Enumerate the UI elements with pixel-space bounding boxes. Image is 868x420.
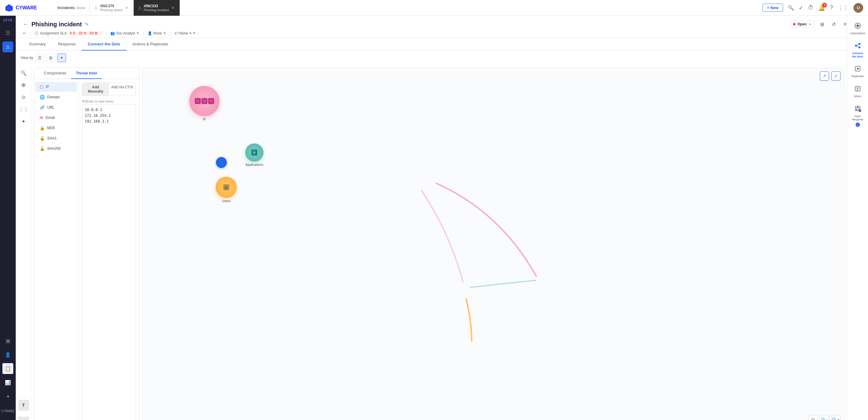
svg-point-10 [859, 47, 861, 49]
sidebar-menu-icon[interactable]: ☰ [2, 28, 13, 38]
notes-icon [855, 85, 861, 93]
notifications-button[interactable]: 🔔 7 [818, 4, 825, 11]
breadcrumb-incidents-label: Incidents [58, 5, 75, 10]
add-via-ctix-tab[interactable]: Add Via CTIX [109, 83, 135, 96]
graph-top-controls: ↗ ⤢ [820, 71, 840, 81]
tab-actions-playbooks[interactable]: Actions & Playbooks [126, 38, 175, 51]
user-avatar[interactable]: U [854, 3, 863, 13]
reset-view-button[interactable]: ⊡ [808, 415, 817, 420]
back-button[interactable]: ← [23, 21, 28, 28]
refresh-icon[interactable]: ↺ [829, 20, 838, 28]
warning-icon-inc333: ⚠ [138, 5, 142, 10]
connect-dots-icon [855, 42, 861, 51]
breadcrumb-inc333[interactable]: ⚠ #INC333 Phishing incident ✕ [134, 0, 180, 16]
graph-node-ip[interactable]: ⬡ ⬡ ⬡ IP [189, 86, 220, 121]
sidebar-notes-icon[interactable]: 📋 [2, 363, 13, 374]
threat-item-sha1[interactable]: 🔒 SHA1 [35, 133, 77, 143]
dots-icon[interactable]: ⋮⋮ [19, 104, 28, 114]
threat-item-md5[interactable]: 🔒 MD5 [35, 123, 77, 133]
tab-connect-dots[interactable]: Connect the Dots [82, 38, 126, 51]
domain-label: Domain [47, 95, 60, 99]
tab-threat-intel[interactable]: Threat Intel [71, 68, 102, 79]
graph-node-applications[interactable]: ⊞ Applications [245, 144, 264, 167]
close-inc333-button[interactable]: ✕ [170, 5, 176, 10]
sla-info-icon[interactable]: ⓘ [99, 31, 102, 35]
undo-icon-wrap[interactable]: ↩ [23, 31, 26, 35]
sidebar-table-icon[interactable]: ▦ [2, 335, 13, 346]
graph-node-users[interactable]: 👥 Users [216, 177, 237, 203]
users-node-circle: 👥 [216, 177, 237, 198]
tab-summary[interactable]: Summary [23, 38, 52, 51]
notes-label: Notes [854, 95, 861, 98]
playbooks-icon [855, 65, 861, 73]
breadcrumb-inc333-sub: Phishing incident [144, 8, 169, 12]
sidebar-user-icon[interactable]: 👤 [2, 349, 13, 360]
ip-mini-icon-3: ⬡ [208, 98, 214, 104]
app-node-label: Applications [245, 163, 263, 167]
status-badge[interactable]: Open ▼ [790, 21, 815, 28]
expand-tags-icon[interactable]: ▾ [193, 31, 195, 35]
sidebar-connect-dots[interactable]: Connectthe Dots [847, 39, 868, 61]
connect-nodes-icon[interactable]: ⊙ [19, 92, 28, 102]
help-button[interactable]: ? [830, 4, 833, 11]
edit-title-icon[interactable]: ✎ [85, 22, 89, 27]
graph-node-user-blue[interactable]: 👤 [216, 157, 227, 168]
zoom-out-button[interactable]: 🔍- [820, 415, 829, 420]
breadcrumb-incidents[interactable]: Incidents Home [53, 0, 90, 16]
threat-item-domain[interactable]: 🌐 Domain [35, 92, 77, 102]
sidebar-star-icon[interactable]: ✦ [2, 391, 13, 402]
add-node-icon[interactable]: ⊕ [19, 80, 28, 90]
threat-type-list: ⬡ IP 🌐 Domain 🔗 URL ✉ [34, 79, 78, 420]
graph-view-button[interactable]: ✦ [58, 54, 66, 62]
svg-point-9 [859, 43, 861, 45]
sidebar-alert-icon[interactable]: ⚠ [2, 41, 13, 52]
domain-icon: 🌐 [40, 95, 45, 99]
export-graph-button[interactable]: ↗ [820, 71, 829, 81]
clipboard-icon[interactable]: 📋 [18, 417, 29, 420]
edit-tag2-icon[interactable]: ✎ [189, 31, 192, 35]
sidebar-notes[interactable]: Notes [847, 82, 868, 101]
threat-item-sha256[interactable]: 🔒 SHA256 [35, 144, 77, 153]
breadcrumb-inc375[interactable]: ⚠ #INC375 Phishing attack ✕ [90, 0, 134, 16]
grid-view-button[interactable]: ⊞ [46, 54, 55, 62]
network-icon[interactable]: ✦ [19, 117, 28, 126]
sla-value: 0 D : 22 H : 53 M [70, 31, 98, 35]
ip-input-textarea[interactable]: 10.0.0.1 172.16.254.1 192.168.1.1 [82, 104, 136, 420]
app-mini-icon: ⊞ [251, 149, 257, 155]
sidebar-playbooks[interactable]: Playbooks [847, 62, 868, 81]
close-inc375-button[interactable]: ✕ [124, 5, 129, 10]
tag-icon: 🏷 [175, 31, 178, 35]
tab-response[interactable]: Response [52, 38, 82, 51]
fullscreen-graph-button[interactable]: ⤢ [831, 71, 840, 81]
tasks-button[interactable]: ✓ [799, 4, 803, 11]
view-by-label: View by [21, 56, 33, 60]
add-intel-panel: Add Manually Add Via CTIX IP(Enter in ne… [78, 79, 140, 420]
zoom-icon[interactable]: 🔍 [19, 68, 28, 78]
users-node-label: Users [222, 199, 231, 203]
text-icon[interactable]: T [18, 400, 29, 411]
edit-tag1-icon[interactable]: ✎ [163, 31, 166, 35]
tab-components[interactable]: Components [39, 68, 71, 79]
threat-item-url[interactable]: 🔗 URL [35, 102, 77, 112]
zoom-in-button[interactable]: 🔍+ [831, 415, 840, 420]
timer-button[interactable]: ⏱ [808, 4, 813, 11]
add-manually-tab[interactable]: Add Manually [82, 83, 109, 96]
sidebar-chart-icon[interactable]: 📊 [2, 377, 13, 388]
status-dropdown-icon: ▼ [808, 23, 811, 26]
new-button[interactable]: + New [763, 4, 783, 12]
user-blue-icon: 👤 [218, 160, 224, 166]
sidebar-input-required[interactable]: InputRequired 0 [847, 102, 868, 130]
sidebar-cyware-icon[interactable]: CYWARE [2, 406, 13, 416]
threat-item-ip[interactable]: ⬡ IP [35, 82, 77, 92]
apps-button[interactable]: ⋮⋮ [838, 4, 849, 11]
list-view-button[interactable]: ☰ [36, 54, 44, 62]
sidebar-automations[interactable]: Automations [847, 19, 868, 38]
layout-icon[interactable]: ⊞ [818, 20, 826, 28]
search-button[interactable]: 🔍 [788, 5, 794, 10]
assignee-icon: 👥 [111, 31, 115, 35]
edit-assignee-icon[interactable]: ✎ [136, 31, 140, 35]
incident-meta: ↩ | 🕐 Assignment SLA : 0 D : 22 H : 53 M… [23, 31, 861, 35]
automations-icon [855, 22, 861, 31]
threat-item-email[interactable]: ✉ Email [35, 113, 77, 123]
cyware-logo-icon [5, 4, 13, 12]
